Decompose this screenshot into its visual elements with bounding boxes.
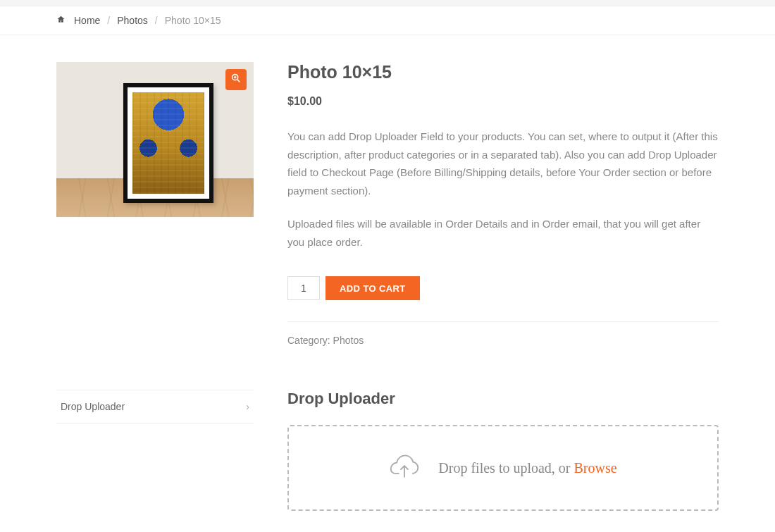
product-description-1: You can add Drop Uploader Field to your … bbox=[287, 128, 719, 199]
tab-drop-uploader[interactable]: Drop Uploader › bbox=[56, 390, 254, 423]
breadcrumb: Home / Photos / Photo 10×15 bbox=[56, 15, 719, 26]
file-dropzone[interactable]: Drop files to upload, or Browse bbox=[287, 425, 719, 511]
breadcrumb-current: Photo 10×15 bbox=[165, 15, 221, 26]
zoom-button[interactable] bbox=[225, 69, 247, 90]
product-meta: Category: Photos bbox=[287, 321, 719, 346]
cloud-upload-icon bbox=[389, 453, 420, 483]
product-price: $10.00 bbox=[287, 95, 719, 108]
zoom-icon bbox=[230, 73, 242, 87]
category-link[interactable]: Photos bbox=[333, 335, 364, 346]
home-icon bbox=[56, 15, 66, 26]
quantity-input[interactable] bbox=[287, 276, 320, 300]
breadcrumb-bar: Home / Photos / Photo 10×15 bbox=[0, 6, 775, 35]
product-description-2: Uploaded files will be available in Orde… bbox=[287, 215, 719, 251]
product-title: Photo 10×15 bbox=[287, 62, 719, 82]
breadcrumb-home[interactable]: Home bbox=[74, 15, 100, 26]
svg-line-1 bbox=[237, 80, 240, 82]
tab-content-title: Drop Uploader bbox=[287, 390, 719, 408]
breadcrumb-separator: / bbox=[155, 15, 158, 26]
breadcrumb-photos[interactable]: Photos bbox=[117, 15, 148, 26]
chevron-right-icon: › bbox=[246, 401, 249, 412]
add-to-cart-button[interactable]: ADD TO CART bbox=[326, 276, 420, 300]
breadcrumb-separator: / bbox=[107, 15, 110, 26]
dropzone-text: Drop files to upload, or Browse bbox=[438, 460, 616, 476]
category-label: Category: bbox=[287, 335, 333, 346]
browse-link[interactable]: Browse bbox=[574, 460, 617, 476]
tab-label: Drop Uploader bbox=[61, 401, 125, 412]
product-image[interactable] bbox=[56, 62, 254, 217]
topbar bbox=[0, 0, 775, 6]
